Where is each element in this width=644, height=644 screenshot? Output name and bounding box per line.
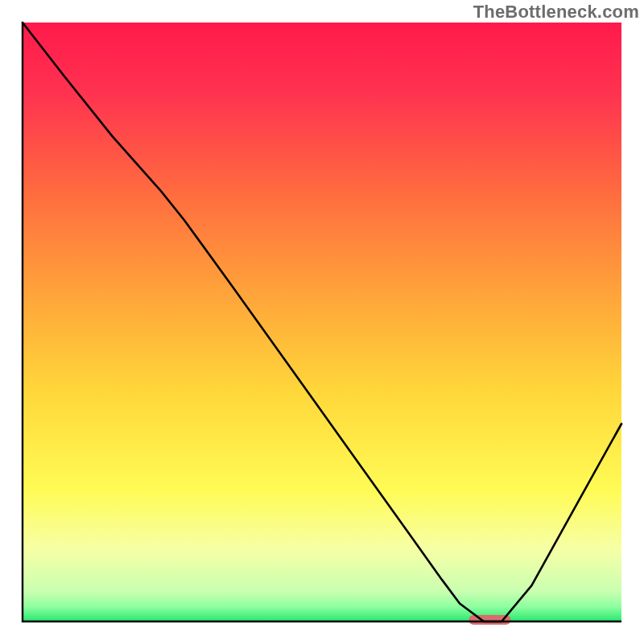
plot-background bbox=[23, 23, 621, 621]
watermark-label: TheBottleneck.com bbox=[473, 2, 639, 23]
chart-container: TheBottleneck.com bbox=[0, 0, 644, 644]
bottleneck-chart bbox=[0, 0, 644, 644]
